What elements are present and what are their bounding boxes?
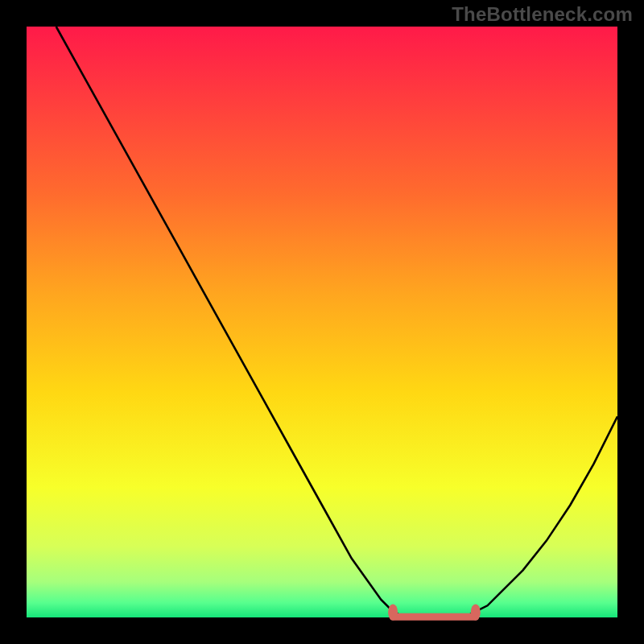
chart-container: TheBottleneck.com	[0, 0, 644, 644]
bottleneck-chart	[0, 0, 644, 644]
plot-background	[27, 27, 617, 617]
range-marker	[388, 604, 398, 620]
watermark-label: TheBottleneck.com	[452, 3, 633, 26]
range-marker	[471, 604, 481, 620]
